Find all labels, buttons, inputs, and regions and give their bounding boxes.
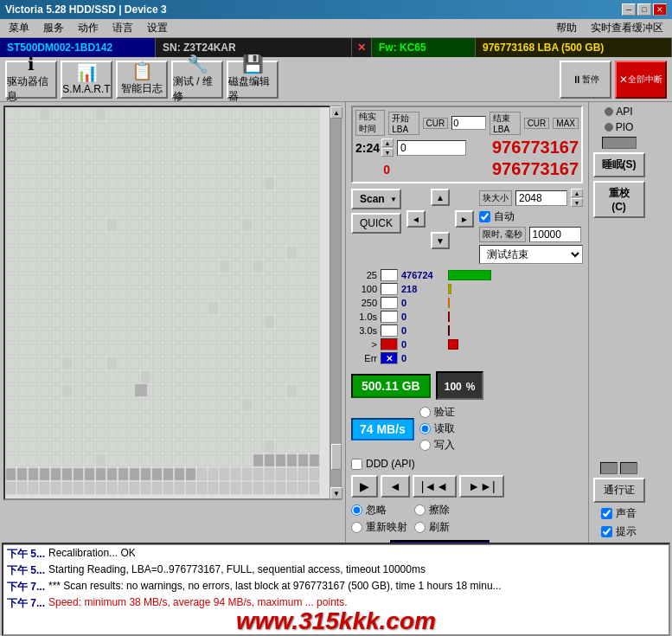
stat-count-gt: 0 <box>401 339 445 350</box>
scan-grid-container <box>3 106 339 500</box>
block-up-btn[interactable]: ▲ <box>571 189 583 197</box>
stop-button[interactable]: ✕ 全部中断 <box>615 61 667 99</box>
hex-editor-button[interactable]: 💾 磁盘编辑器 <box>227 61 278 99</box>
read-radio[interactable]: 读取 <box>419 421 455 436</box>
nav-left-button[interactable]: ◄ <box>406 210 426 228</box>
menu-help[interactable]: 帮助 <box>551 19 582 37</box>
test-button[interactable]: 🔧 测试 / 维修 <box>171 61 223 99</box>
menu-right: 帮助 实时查看缓冲区 <box>551 19 669 37</box>
menu-service[interactable]: 服务 <box>38 19 69 37</box>
mode-indicator <box>602 137 637 149</box>
start-lba-input[interactable] <box>397 140 466 156</box>
api-radio-row: API <box>605 106 632 118</box>
chart-icon: 📊 <box>76 64 98 81</box>
log-time-3: 下午 7... <box>7 596 45 611</box>
nav-right-button[interactable]: ► <box>455 210 474 228</box>
stat-bar-25 <box>448 270 491 280</box>
menu-settings[interactable]: 设置 <box>142 19 173 37</box>
speed-row: 74 MB/s 验证 读取 写入 <box>351 405 583 453</box>
sound-label: 声音 <box>616 506 637 521</box>
menu-language[interactable]: 语言 <box>107 19 138 37</box>
scrollbar-track[interactable] <box>330 119 341 487</box>
scrollbar-thumb[interactable] <box>331 444 342 470</box>
block-down-btn[interactable]: ▼ <box>571 198 583 207</box>
log-text-3: Speed: minimum 38 MB/s, average 94 MB/s,… <box>48 596 347 611</box>
skip-next-button[interactable]: ►►| <box>459 475 503 498</box>
stat-label-gt: > <box>351 339 377 350</box>
time-up-btn[interactable]: ▲ <box>381 138 394 147</box>
window-controls: ─ □ ✕ <box>622 3 667 16</box>
play-button[interactable]: ▶ <box>351 475 378 498</box>
scroll-up-button[interactable]: ▲ <box>330 106 342 119</box>
sound-checkbox[interactable] <box>601 508 612 519</box>
scan-button[interactable]: Scan ▼ <box>351 189 401 209</box>
menu-bar: 菜单 服务 动作 语言 设置 帮助 实时查看缓冲区 <box>0 19 672 38</box>
stat-bar-gt <box>448 339 458 350</box>
ignore-radio[interactable]: 忽略 <box>351 503 407 517</box>
stat-count-250: 0 <box>401 298 445 308</box>
erase-radio[interactable]: 擦除 <box>414 503 450 517</box>
hint-checkbox[interactable] <box>601 526 612 537</box>
scroll-down-button[interactable]: ▼ <box>330 487 342 499</box>
log-entry-2: 下午 7... *** Scan results: no warnings, n… <box>7 580 665 594</box>
rewind-button[interactable]: ◄ <box>381 475 410 498</box>
time-down-btn[interactable]: ▼ <box>381 148 394 157</box>
pio-radio-row: PIO <box>605 121 634 133</box>
close-button[interactable]: ✕ <box>653 3 667 16</box>
stat-count-100: 218 <box>401 284 445 294</box>
log-icon: 📋 <box>131 62 153 80</box>
stat-count-err: 0 <box>401 353 445 363</box>
api-label: API <box>616 106 632 118</box>
nav-up-button[interactable]: ▲ <box>431 189 450 206</box>
pause-button[interactable]: ⏸ 暂停 <box>560 61 611 99</box>
toolbar: ℹ 驱动器信息 📊 S.M.A.R.T 📋 智能日志 🔧 测试 / 维修 💾 磁… <box>0 57 672 102</box>
block-size-input[interactable] <box>515 190 567 206</box>
auto-checkbox[interactable] <box>479 211 490 222</box>
stat-label-250: 250 <box>351 298 377 308</box>
mode-radio-group: 验证 读取 写入 <box>419 405 455 453</box>
recal-button[interactable]: 重校(C) <box>593 181 645 218</box>
speed-display: 74 MB/s <box>351 418 414 440</box>
stat-bar-1s <box>448 312 450 322</box>
nav-down-button[interactable]: ▼ <box>431 232 450 249</box>
write-radio[interactable]: 写入 <box>419 438 455 453</box>
end-val: 0 <box>355 163 390 177</box>
start-lba-label: 开始 LBA <box>388 112 419 135</box>
menu-main[interactable]: 菜单 <box>3 19 35 37</box>
cert-button[interactable]: 通行证 <box>593 478 645 503</box>
log-text-1: Starting Reading, LBA=0..976773167, FULL… <box>48 563 426 578</box>
verify-radio[interactable]: 验证 <box>419 405 455 420</box>
minimize-button[interactable]: ─ <box>622 3 636 16</box>
result-select[interactable]: 测试结束 测试完成 立即停止 <box>479 245 583 264</box>
time-value: 2:24 <box>355 141 380 155</box>
log-time-2: 下午 7... <box>7 580 45 594</box>
smart-log-button[interactable]: 📋 智能日志 <box>116 61 168 99</box>
start-lba-big: 976773167 <box>470 138 579 157</box>
quick-button[interactable]: QUICK <box>351 213 401 234</box>
hex-icon: 💾 <box>242 55 264 73</box>
pio-led <box>605 123 613 132</box>
log-time-1: 下午 5... <box>7 563 45 578</box>
cur-value-input[interactable] <box>451 116 486 130</box>
pause-icon: ⏸ <box>572 74 582 86</box>
info-close-btn[interactable]: ✕ <box>352 38 372 57</box>
menu-realtime[interactable]: 实时查看缓冲区 <box>586 19 669 37</box>
stat-box-gt <box>381 338 398 350</box>
maximize-button[interactable]: □ <box>637 3 651 16</box>
time-label: 纯实时间 <box>355 110 385 136</box>
stat-box-250 <box>381 297 398 309</box>
smart-button[interactable]: 📊 S.M.A.R.T <box>61 61 112 99</box>
menu-action[interactable]: 动作 <box>73 19 104 37</box>
indicator-1 <box>600 462 618 474</box>
direction-pad: ▲ ◄ ► ▼ <box>406 189 474 249</box>
ddd-row: DDD (API) <box>351 458 583 470</box>
stat-box-25 <box>381 269 398 281</box>
remap-radio[interactable]: 重新映射 <box>351 520 407 535</box>
sleep-button[interactable]: 睡眠(S) <box>593 152 645 177</box>
watermark: www.315kkk.com <box>3 607 669 635</box>
time-limit-input[interactable] <box>529 227 581 242</box>
driver-info-button[interactable]: ℹ 驱动器信息 <box>5 61 57 99</box>
skip-prev-button[interactable]: |◄◄ <box>413 475 457 498</box>
refresh-radio[interactable]: 刷新 <box>414 520 450 535</box>
ddd-checkbox[interactable] <box>351 459 362 470</box>
